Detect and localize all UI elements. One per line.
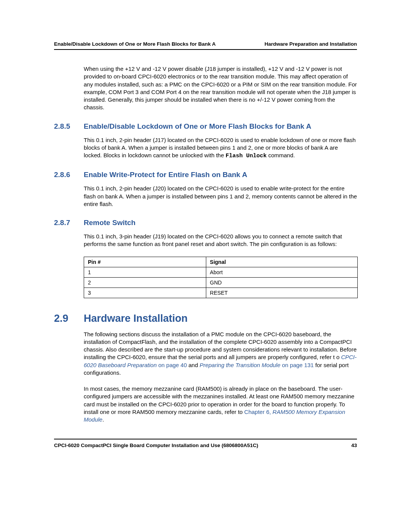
section-2-9-heading: 2.9 Hardware Installation [54,313,357,324]
body-text: The following sections discuss the insta… [84,331,357,361]
section-title: Hardware Installation [84,313,188,324]
link-baseboard-prep-page[interactable]: on page 40 [157,362,187,368]
section-2-8-5-body: This 0.1 inch, 2-pin header (J17) locate… [84,136,357,160]
footer-left: CPCI-6020 CompactPCI Single Board Comput… [54,443,258,448]
body-text: . [102,416,104,423]
section-title: Remote Switch [84,219,135,227]
table-row: 1 Abort [84,267,358,277]
section-2-8-6-heading: 2.8.6 Enable Write-Protect for Entire Fl… [54,171,357,179]
section-number: 2.8.6 [54,171,84,179]
section-2-9-p2: In most cases, the memory mezzanine card… [84,385,357,423]
link-transition-module[interactable]: Preparing the Transition Module [199,362,280,368]
section-2-8-7-heading: 2.8.7 Remote Switch [54,219,357,227]
page: Enable/Disable Lockdown of One or More F… [0,0,411,471]
cell-pin: 1 [84,267,206,277]
body-text: and [187,362,199,368]
cell-signal: RESET [206,288,357,298]
intro-paragraph: When using the +12 V and -12 V power dis… [84,65,357,112]
header-right: Hardware Preparation and Installation [264,41,357,47]
table-row: 2 GND [84,277,358,288]
cell-pin: 3 [84,288,206,298]
section-number: 2.9 [54,313,84,324]
cell-signal: GND [206,277,357,288]
section-number: 2.8.7 [54,219,84,227]
section-title: Enable Write-Protect for Entire Flash on… [84,171,247,179]
page-header: Enable/Disable Lockdown of One or More F… [54,41,357,50]
section-title: Enable/Disable Lockdown of One or More F… [84,122,311,131]
cell-signal: Abort [206,267,357,277]
cell-pin: 2 [84,277,206,288]
pin-signal-table: Pin # Signal 1 Abort 2 GND 3 RESET [84,257,358,298]
section-2-8-5-heading: 2.8.5 Enable/Disable Lockdown of One or … [54,122,357,131]
link-chapter6[interactable]: Chapter 6, [244,409,272,415]
section-number: 2.8.5 [54,122,84,131]
table-header-row: Pin # Signal [84,257,358,267]
footer-page-number: 43 [351,443,357,448]
section-2-8-6-body: This 0.1 inch, 2-pin header (J20) locate… [84,185,357,208]
page-footer: CPCI-6020 CompactPCI Single Board Comput… [54,439,357,448]
header-left: Enable/Disable Lockdown of One or More F… [54,41,216,47]
link-transition-module-page[interactable]: on page 131 [280,362,314,368]
body-text: This 0.1 inch, 2-pin header (J17) locate… [84,137,356,159]
code-flash-unlock: Flash Unlock [226,153,267,159]
table-row: 3 RESET [84,288,358,298]
col-signal: Signal [206,257,357,267]
section-2-8-7-body: This 0.1 inch, 3-pin header (J19) locate… [84,233,357,248]
body-text: command. [267,152,295,158]
section-2-9-p1: The following sections discuss the insta… [84,331,357,377]
col-pin: Pin # [84,257,206,267]
